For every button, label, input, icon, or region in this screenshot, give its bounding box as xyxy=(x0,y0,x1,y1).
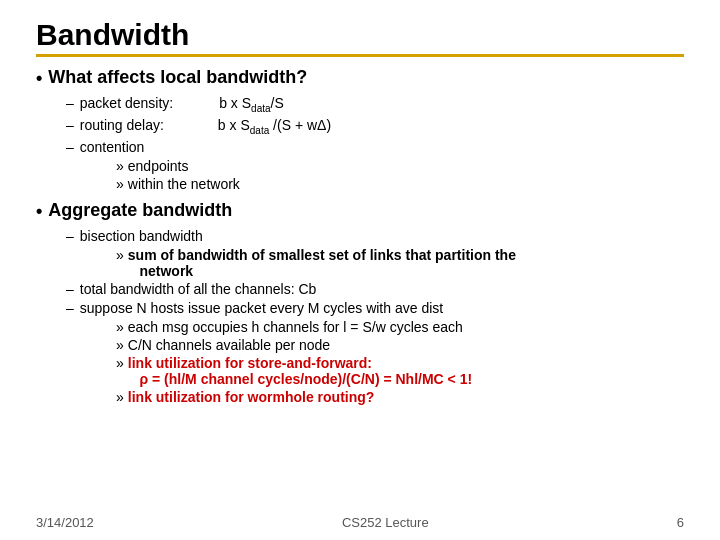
suppose-arrows: » each msg occupies h channels for l = S… xyxy=(116,319,684,405)
footer-date: 3/14/2012 xyxy=(36,515,94,530)
dash-sym-2: – xyxy=(66,117,74,133)
footer-bar: 3/14/2012 CS252 Lecture 6 xyxy=(0,515,720,530)
contention-label: contention xyxy=(80,139,145,155)
dash-item-routing: – routing delay: b x Sdata /(S + wΔ) xyxy=(66,117,684,136)
main-bullet-1: • What affects local bandwidth? xyxy=(36,67,684,89)
arrow-within-network: » within the network xyxy=(116,176,684,192)
arrow-store-forward: » link utilization for store-and-forward… xyxy=(116,355,684,387)
slide-title: Bandwidth xyxy=(36,18,189,51)
arrow-sym-3: » xyxy=(116,247,124,263)
main-bullet-1-label: What affects local bandwidth? xyxy=(48,67,307,88)
main-bullet-2-label: Aggregate bandwidth xyxy=(48,200,232,221)
section1: • What affects local bandwidth? – packet… xyxy=(36,67,684,192)
msg-channels-label: each msg occupies h channels for l = S/w… xyxy=(128,319,463,335)
bisection-label: bisection bandwidth xyxy=(80,228,203,244)
bullet-dot-1: • xyxy=(36,68,42,89)
contention-arrows: » endpoints » within the network xyxy=(116,158,684,192)
arrow-sym-2: » xyxy=(116,176,124,192)
dash-sym-3: – xyxy=(66,139,74,155)
bullet-dot-2: • xyxy=(36,201,42,222)
store-forward-label: link utilization for store-and-forward: … xyxy=(128,355,472,387)
wormhole-label: link utilization for wormhole routing? xyxy=(128,389,375,405)
sub-data-2: data xyxy=(250,125,269,136)
cn-channels-label: C/N channels available per node xyxy=(128,337,330,353)
arrow-endpoints-label: endpoints xyxy=(128,158,189,174)
footer-page: 6 xyxy=(677,515,684,530)
suppose-label: suppose N hosts issue packet every M cyc… xyxy=(80,300,443,316)
sub-items-2: – bisection bandwidth » sum of bandwidth… xyxy=(66,228,684,405)
routing-delay-formula: b x Sdata /(S + wΔ) xyxy=(218,117,331,136)
packet-density-formula: b x Sdata/S xyxy=(219,95,284,114)
arrow-sym-5: » xyxy=(116,337,124,353)
routing-delay-label: routing delay: xyxy=(80,117,164,133)
title-section: Bandwidth xyxy=(36,18,684,57)
dash-item-bisection: – bisection bandwidth xyxy=(66,228,684,244)
dash-sym-1: – xyxy=(66,95,74,111)
main-bullet-2: • Aggregate bandwidth xyxy=(36,200,684,222)
dash-sym-5: – xyxy=(66,281,74,297)
section2: • Aggregate bandwidth – bisection bandwi… xyxy=(36,200,684,405)
dash-sym-6: – xyxy=(66,300,74,316)
arrow-wormhole: » link utilization for wormhole routing? xyxy=(116,389,684,405)
packet-density-label: packet density: xyxy=(80,95,173,111)
sub-items-1: – packet density: b x Sdata/S – routing … xyxy=(66,95,684,192)
arrow-sym-4: » xyxy=(116,319,124,335)
bisection-arrows: » sum of bandwidth of smallest set of li… xyxy=(116,247,684,279)
arrow-sym-7: » xyxy=(116,389,124,405)
sub-data-1: data xyxy=(251,103,270,114)
footer-course: CS252 Lecture xyxy=(342,515,429,530)
dash-item-packet: – packet density: b x Sdata/S xyxy=(66,95,684,114)
arrow-sym-6: » xyxy=(116,355,124,371)
dash-item-suppose: – suppose N hosts issue packet every M c… xyxy=(66,300,684,316)
arrow-sym-1: » xyxy=(116,158,124,174)
dash-sym-4: – xyxy=(66,228,74,244)
arrow-within-label: within the network xyxy=(128,176,240,192)
dash-item-contention: – contention xyxy=(66,139,684,155)
arrow-msg-channels: » each msg occupies h channels for l = S… xyxy=(116,319,684,335)
total-label: total bandwidth of all the channels: Cb xyxy=(80,281,317,297)
arrow-bisection-detail: » sum of bandwidth of smallest set of li… xyxy=(116,247,684,279)
slide-container: Bandwidth • What affects local bandwidth… xyxy=(0,0,720,540)
arrow-cn-channels: » C/N channels available per node xyxy=(116,337,684,353)
bisection-detail-label: sum of bandwidth of smallest set of link… xyxy=(128,247,516,279)
dash-item-total: – total bandwidth of all the channels: C… xyxy=(66,281,684,297)
arrow-endpoints: » endpoints xyxy=(116,158,684,174)
